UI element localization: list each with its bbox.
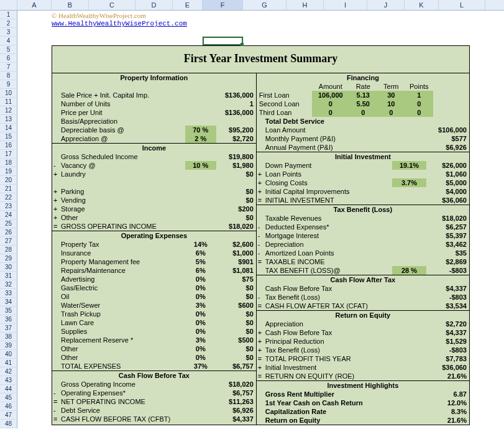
cfbt-opex-value: $6,757 (216, 389, 254, 397)
other-income-label: Other (61, 213, 185, 222)
init-invest-label: INITIAL INVESTMENT (265, 196, 392, 205)
tax-benefit-header: Tax Benefit (Loss) (257, 205, 469, 214)
mortgage-int-value: $5,397 (426, 231, 467, 240)
loan2-rate-input[interactable]: 5.50 (349, 99, 377, 108)
loan1-rate-input[interactable]: 5.13 (349, 91, 377, 99)
gsi-value: $19,800 (216, 152, 254, 161)
vacancy-label: Vacancy @ (61, 161, 185, 170)
reserve-pct: 3% (185, 336, 216, 344)
loan-points-label: Loan Points (265, 170, 392, 178)
insurance-label: Insurance (61, 249, 185, 257)
loan3-amount-input[interactable]: 0 (312, 108, 349, 117)
lawn-label: Lawn Care (61, 318, 185, 327)
loan1-term-input[interactable]: 30 (377, 91, 405, 99)
dep-basis-pct-input[interactable]: 70 % (185, 126, 216, 134)
closing-costs-value: $5,000 (426, 178, 467, 187)
down-payment-label: Down Payment (265, 161, 392, 170)
sale-price-value: $136,000 (216, 91, 254, 99)
init-invest-value: $36,060 (426, 196, 467, 205)
cap-label: Capitalization Rate (265, 407, 392, 416)
gas-value: $0 (216, 283, 254, 292)
advertising-label: Advertising (61, 275, 185, 283)
ded-exp-value: $6,257 (426, 223, 467, 231)
roe-tp-label: TOTAL PROFIT THIS YEAR (265, 354, 392, 363)
num-units-value: 1 (216, 99, 254, 108)
amort-loan-pts-value: $35 (426, 249, 467, 257)
num-units-label: Number of Units (61, 99, 185, 108)
noi-value: $11,263 (216, 397, 254, 406)
apprec-pct-input[interactable]: 2 % (185, 134, 216, 143)
oil-pct: 0% (185, 292, 216, 301)
active-cell-indicator (203, 37, 243, 45)
roe-tb-label: Tax Benefit (Loss) (265, 346, 392, 354)
repairs-label: Repairs/Maintenance (61, 266, 185, 275)
taxable-income-label: TAXABLE INCOME (265, 257, 392, 266)
cfat-cfbt-label: Cash Flow Before Tax (265, 284, 392, 293)
down-payment-value: $26,000 (426, 161, 467, 170)
loan3-rate-input[interactable]: 0 (349, 108, 377, 117)
cfbt-label: CASH FLOW BEFORE TAX (CFBT) (61, 415, 185, 423)
depreciation-value: $3,462 (426, 240, 467, 249)
vacancy-value: $1,980 (216, 161, 254, 170)
loan2-points-input[interactable]: 0 (405, 99, 433, 108)
loan1-points-input[interactable]: 1 (405, 91, 433, 99)
storage-label: Storage (61, 205, 185, 213)
cfat-tb-label: Tax Benefit (Loss) (265, 293, 392, 302)
roe-ii-label: Initial Investment (265, 363, 392, 372)
water-pct: 3% (185, 301, 216, 310)
coc-value: 12.0% (426, 398, 467, 407)
debt-value: $6,926 (216, 406, 254, 415)
column-headers: ABCDEFGHIJKL (0, 0, 504, 11)
apprec-label: Appreciation @ (61, 134, 185, 143)
cfbt-header: Cash Flow Before Tax (52, 371, 256, 380)
lawn-pct: 0% (185, 318, 216, 327)
highlights-header: Investment Highlights (257, 381, 469, 390)
loan2-term-input[interactable]: 10 (377, 99, 405, 108)
gsi-label: Gross Scheduled Income (61, 152, 185, 161)
closing-costs-pct-input[interactable]: 3.7% (392, 178, 426, 187)
supplies-label: Supplies (61, 327, 185, 336)
vacancy-pct-input[interactable]: 10 % (185, 161, 216, 170)
cfbt-goi-label: Gross Operating Income (61, 380, 185, 389)
tax-rate-input[interactable]: 28 % (392, 266, 426, 275)
trash-value: $0 (216, 310, 254, 318)
gas-label: Gas/Electric (61, 283, 185, 292)
roe-app-value: $2,720 (426, 320, 467, 328)
laundry-label: Laundry (61, 170, 185, 178)
opex-header: Operating Expenses (52, 231, 256, 240)
opex-other1-value: $0 (216, 344, 254, 353)
cfbt-value: $4,337 (216, 415, 254, 423)
cfat-header: Cash Flow After Tax (257, 275, 469, 284)
financing-header: Financing (257, 73, 469, 82)
loan-amount-value: $106,000 (426, 126, 467, 134)
trash-pct: 0% (185, 310, 216, 318)
roe-tp-value: $7,783 (426, 354, 467, 363)
supplies-value: $0 (216, 327, 254, 336)
income-header: Income (52, 144, 256, 152)
water-label: Water/Sewer (61, 301, 185, 310)
down-payment-pct-input[interactable]: 19.1% (392, 161, 426, 170)
insurance-value: $1,000 (216, 249, 254, 257)
repairs-value: $1,081 (216, 266, 254, 275)
loan3-term-input[interactable]: 0 (377, 108, 405, 117)
loan3-label: Third Loan (259, 108, 312, 117)
mgmt-label: Property Management fee (61, 257, 185, 266)
tax-benefit-label: TAX BENEFIT (LOSS)@ (265, 266, 392, 275)
advertising-pct: 0% (185, 275, 216, 283)
ih-roe-value: 21.6% (426, 416, 467, 425)
grm-label: Gross Rent Multiplier (265, 390, 392, 398)
loan1-amount-input[interactable]: 106,000 (312, 91, 349, 99)
loan2-amount-input[interactable]: 0 (312, 99, 349, 108)
loan3-points-input[interactable]: 0 (405, 108, 433, 117)
annual-payment-value: $6,926 (426, 143, 467, 152)
total-opex-label: TOTAL EXPENSES (61, 362, 185, 371)
total-opex-pct: 37% (185, 362, 216, 371)
mgmt-pct: 5% (185, 257, 216, 266)
taxable-income-value: $2,869 (426, 257, 467, 266)
roe-value: 21.6% (426, 372, 467, 380)
proptax-value: $2,600 (216, 240, 254, 249)
website-link[interactable]: www.HealthyWealthyWiseProject.com (52, 20, 187, 27)
loan1-label: First Loan (259, 91, 312, 99)
tax-benefit-value: -$803 (426, 266, 467, 275)
cap-value: 8.3% (426, 407, 467, 416)
